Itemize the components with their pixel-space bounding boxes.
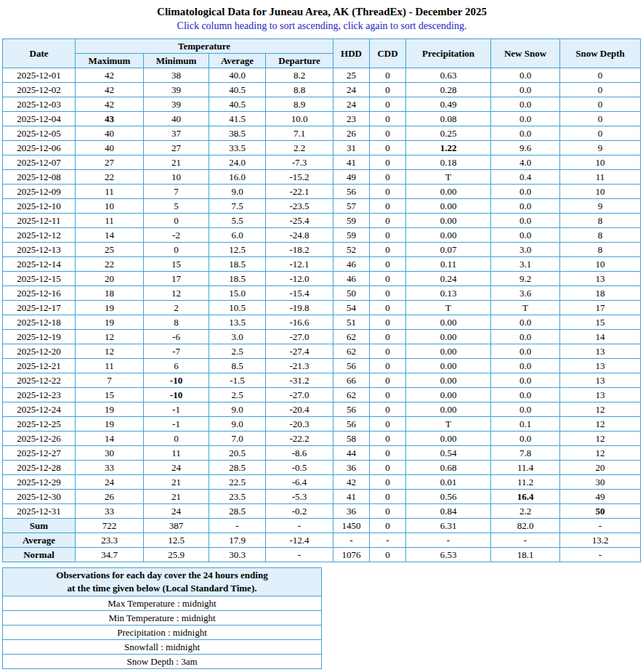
value-cell: 8.2 [266, 68, 333, 83]
value-cell: 0.00 [406, 330, 491, 344]
value-cell: - [333, 533, 370, 548]
col-header-precipitation[interactable]: Precipitation [406, 39, 491, 68]
value-cell: 0.24 [406, 272, 491, 286]
value-cell: 2.5 [209, 388, 266, 402]
col-header-minimum[interactable]: Minimum [144, 54, 209, 68]
value-cell: 2.2 [491, 504, 560, 519]
value-cell: 0 [370, 388, 406, 402]
value-cell: 7 [76, 373, 144, 388]
value-cell: 39 [144, 97, 209, 112]
value-cell: 0 [370, 548, 406, 562]
value-cell: - [209, 519, 266, 533]
value-cell: 41 [333, 490, 370, 504]
value-cell: 40 [76, 141, 144, 155]
value-cell: 18 [560, 286, 641, 301]
col-header-average[interactable]: Average [209, 54, 266, 68]
value-cell: 20 [76, 272, 144, 286]
value-cell: 13.5 [209, 315, 266, 330]
summary-row: Average23.312.517.9-12.4----13.2 [3, 533, 641, 548]
value-cell: 13 [560, 344, 641, 359]
value-cell: 13 [560, 359, 641, 373]
value-cell: 0 [370, 228, 406, 243]
col-header-hdd[interactable]: HDD [333, 39, 370, 68]
value-cell: 0.4 [491, 170, 560, 185]
value-cell: 0.00 [406, 388, 491, 402]
value-cell: -18.2 [266, 243, 333, 257]
table-row: 2025-12-227-10-1.5-31.26600.000.013 [3, 373, 641, 388]
value-cell: 0.0 [491, 97, 560, 112]
value-cell: 5 [144, 199, 209, 214]
date-cell: 2025-12-03 [3, 97, 76, 112]
value-cell: 8 [560, 228, 641, 243]
value-cell: 18 [76, 286, 144, 301]
value-cell: -7.3 [266, 155, 333, 170]
value-cell: T [491, 301, 560, 315]
value-cell: 46 [333, 257, 370, 272]
value-cell: 11.2 [491, 475, 560, 490]
value-cell: 9 [560, 199, 641, 214]
table-row: 2025-12-1325012.5-18.25200.073.08 [3, 243, 641, 257]
observations-header-line1: Observations for each day cover the 24 h… [3, 569, 321, 582]
value-cell: 62 [333, 344, 370, 359]
value-cell: - [266, 519, 333, 533]
col-header-maximum[interactable]: Maximum [76, 54, 144, 68]
value-cell: 0 [144, 243, 209, 257]
col-header-cdd[interactable]: CDD [370, 39, 406, 68]
table-row: 2025-12-28332428.5-0.53600.6811.420 [3, 461, 641, 475]
value-cell: 27 [144, 141, 209, 155]
value-cell: 13.2 [560, 533, 641, 548]
value-cell: 7.1 [266, 126, 333, 141]
col-header-departure[interactable]: Departure [266, 54, 333, 68]
value-cell: 42 [76, 68, 144, 83]
col-header-date[interactable]: Date [3, 39, 76, 68]
value-cell: 0 [560, 112, 641, 126]
value-cell: 40 [76, 126, 144, 141]
value-cell: 18.5 [209, 272, 266, 286]
col-header-snow-depth[interactable]: Snow Depth [560, 39, 641, 68]
value-cell: 17.9 [209, 533, 266, 548]
value-cell: -27.4 [266, 344, 333, 359]
date-cell: 2025-12-22 [3, 373, 76, 388]
value-cell: 2 [144, 301, 209, 315]
table-row: 2025-12-29242122.5-6.44200.0111.230 [3, 475, 641, 490]
value-cell: 9.0 [209, 402, 266, 417]
value-cell: 0.0 [491, 228, 560, 243]
table-row: 2025-12-31332428.5-0.23600.842.250 [3, 504, 641, 519]
value-cell: 82.0 [491, 519, 560, 533]
value-cell: 49 [560, 490, 641, 504]
value-cell: T [406, 170, 491, 185]
value-cell: 7 [144, 185, 209, 199]
value-cell: 38 [144, 68, 209, 83]
table-row: 2025-12-111105.5-25.45900.000.08 [3, 214, 641, 228]
value-cell: 10 [76, 199, 144, 214]
value-cell: 0 [370, 461, 406, 475]
observations-header: Observations for each day cover the 24 h… [3, 568, 322, 596]
value-cell: 0.28 [406, 83, 491, 97]
observation-time-cell: Snowfall : midnight [3, 640, 322, 655]
value-cell: 0 [370, 257, 406, 272]
value-cell: 42 [76, 83, 144, 97]
date-cell: 2025-12-18 [3, 315, 76, 330]
value-cell: 9.0 [209, 417, 266, 432]
value-cell: 3.1 [491, 257, 560, 272]
value-cell: 0.00 [406, 199, 491, 214]
value-cell: 17 [560, 301, 641, 315]
value-cell: 51 [333, 315, 370, 330]
table-row: 2025-12-27301120.5-8.64400.547.812 [3, 446, 641, 461]
value-cell: 0.0 [491, 68, 560, 83]
date-cell: 2025-12-14 [3, 257, 76, 272]
value-cell: 0 [370, 68, 406, 83]
value-cell: 0 [370, 170, 406, 185]
value-cell: -15.4 [266, 286, 333, 301]
value-cell: 1076 [333, 548, 370, 562]
value-cell: 33 [76, 504, 144, 519]
value-cell: 0 [370, 446, 406, 461]
value-cell: - [406, 533, 491, 548]
value-cell: -20.4 [266, 402, 333, 417]
value-cell: 21 [144, 155, 209, 170]
value-cell: -12.0 [266, 272, 333, 286]
value-cell: 14 [76, 228, 144, 243]
col-header-new-snow[interactable]: New Snow [491, 39, 560, 68]
date-cell: 2025-12-06 [3, 141, 76, 155]
col-group-temperature: Temperature [76, 39, 333, 54]
